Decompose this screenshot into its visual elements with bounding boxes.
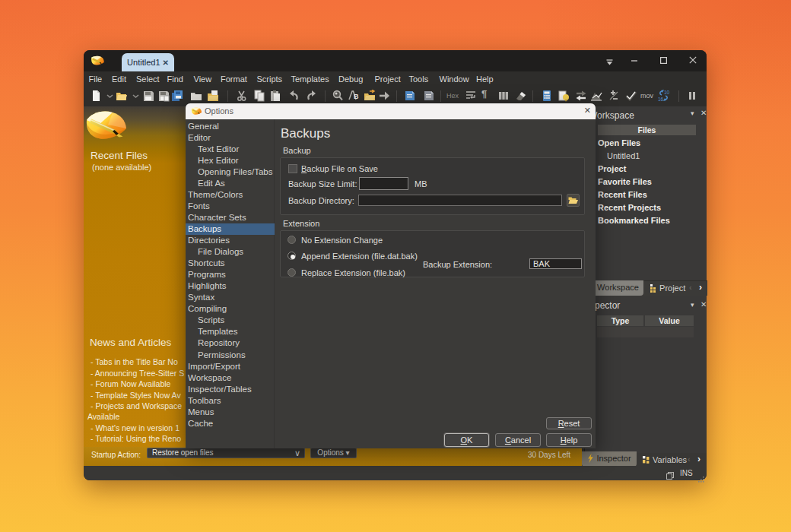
svg-text:10: 10 (664, 90, 670, 95)
svg-text:B: B (354, 93, 359, 100)
svg-text:16: 16 (658, 97, 664, 102)
